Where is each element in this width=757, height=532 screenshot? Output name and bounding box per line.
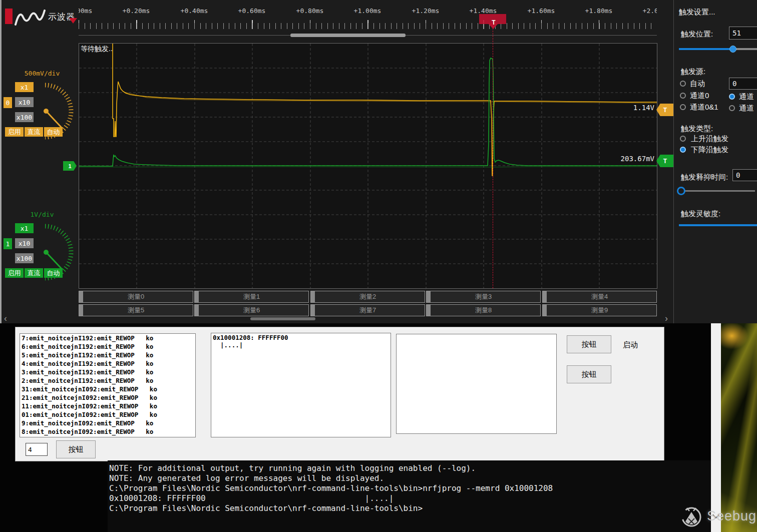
channel1-gain-x100-button[interactable]: x100 bbox=[15, 253, 34, 263]
holdoff-slider-thumb[interactable] bbox=[677, 187, 685, 195]
sensitivity-label: 触发灵敏度: bbox=[681, 209, 720, 219]
screen: 示波器 +0.00ms +0.20ms +0.40ms +0.60ms +0.8… bbox=[0, 0, 757, 532]
log-line: 11:emit_noitcejnI092:emit_REWOP ko bbox=[20, 402, 195, 410]
scroll-right-arrow[interactable]: › bbox=[665, 313, 668, 324]
rising-edge-radio[interactable] bbox=[680, 136, 686, 142]
source-channel1-radio[interactable] bbox=[729, 94, 735, 100]
scroll-left-arrow[interactable]: ‹ bbox=[4, 313, 7, 324]
ruler-label: +0.00ms bbox=[79, 7, 92, 15]
channel0-auto-button[interactable]: 自动 bbox=[44, 127, 63, 137]
falling-edge-radio[interactable] bbox=[680, 147, 686, 153]
channel1-gain-x10-button[interactable]: x10 bbox=[15, 238, 34, 248]
channel0-dc-button[interactable]: 直流 bbox=[25, 127, 43, 137]
action-button-3[interactable]: 按钮 bbox=[56, 440, 96, 458]
action-button-1[interactable]: 按钮 bbox=[567, 335, 611, 353]
channel1-trigger-tag[interactable]: T bbox=[656, 155, 674, 167]
measure-9-button[interactable]: 测量9 bbox=[542, 304, 657, 316]
measure-5-button[interactable]: 测量5 bbox=[79, 304, 193, 316]
channel1-auto-button[interactable]: 自动 bbox=[44, 268, 63, 278]
logo-red-bar bbox=[5, 9, 13, 24]
terminal-line: NOTE: Any generated log error messages w… bbox=[109, 473, 711, 483]
oscilloscope-window: 示波器 +0.00ms +0.20ms +0.40ms +0.60ms +0.8… bbox=[0, 0, 757, 323]
ruler-label: +1.80ms bbox=[585, 7, 613, 15]
log-line: 01:emit_noitcejnI092:emit_REWOP ko bbox=[20, 410, 195, 419]
terminal-line: C:\Program Files\Nordic Semiconductor\nr… bbox=[109, 483, 711, 493]
trigger-position-slider-thumb[interactable] bbox=[729, 46, 736, 53]
acquisition-status: 等待触发.. bbox=[81, 45, 113, 54]
waveform-display: 等待触发.. 1.14V 203.67mV bbox=[79, 43, 657, 289]
ruler-label: +0.60ms bbox=[238, 7, 266, 15]
injection-log-listbox[interactable]: 7:emit_noitcejnI192:emit_REWOP ko 6:emit… bbox=[20, 333, 196, 437]
channel0-enable-button[interactable]: 启用 bbox=[5, 127, 24, 137]
terminal-line: C:\Program Files\Nordic Semiconductor\nr… bbox=[109, 503, 711, 513]
source-channel0-radio[interactable] bbox=[680, 93, 686, 99]
log-line: 6:emit_noitcejnI192:emit_REWOP ko bbox=[20, 342, 195, 351]
measure-4-button[interactable]: 测量4 bbox=[542, 291, 657, 303]
channel1-position-marker[interactable]: 1 bbox=[63, 161, 77, 171]
channel1-id-badge: 1 bbox=[4, 238, 12, 249]
sensitivity-slider-track[interactable] bbox=[679, 224, 757, 226]
trigger-type-label: 触发类型: bbox=[681, 124, 713, 134]
channel0-gain-x1-button[interactable]: x1 bbox=[15, 82, 34, 92]
trigger-position-input[interactable] bbox=[729, 27, 757, 40]
page-scrollbar[interactable] bbox=[711, 323, 721, 532]
measure-0-button[interactable]: 测量0 bbox=[79, 291, 193, 303]
trigger-position-slider-track-filled[interactable] bbox=[679, 48, 732, 50]
trigger-cursor-line bbox=[493, 23, 493, 288]
sine-wave-logo-icon bbox=[15, 8, 47, 27]
desktop-background: 7:emit_noitcejnI192:emit_REWOP ko 6:emit… bbox=[0, 323, 757, 532]
memory-read-listbox[interactable]: 0x10001208: FFFFFF00 |....| bbox=[211, 333, 391, 437]
count-input[interactable] bbox=[26, 443, 48, 456]
output-listbox[interactable] bbox=[396, 334, 557, 434]
measure-8-button[interactable]: 测量8 bbox=[426, 304, 541, 316]
channel0-gain-x10-button[interactable]: x10 bbox=[15, 97, 34, 107]
photo-thumbnail bbox=[721, 323, 757, 532]
time-ruler[interactable]: +0.00ms +0.20ms +0.40ms +0.60ms +0.80ms … bbox=[79, 6, 657, 31]
ruler-label: +2.00ms bbox=[643, 7, 657, 15]
channel0-trigger-tag[interactable]: T bbox=[656, 104, 674, 116]
measure-6-button[interactable]: 测量6 bbox=[194, 304, 309, 316]
source-channel01-radio[interactable] bbox=[680, 104, 686, 110]
channel1-dc-button[interactable]: 直流 bbox=[25, 268, 43, 278]
source-auto-radio[interactable] bbox=[680, 81, 686, 87]
action-button-2[interactable]: 按钮 bbox=[567, 365, 611, 383]
horizontal-scrollbar[interactable] bbox=[79, 33, 657, 38]
source-channel1-label: 通道 bbox=[739, 92, 754, 102]
log-line: 7:emit_noitcejnI192:emit_REWOP ko bbox=[20, 334, 195, 342]
channel0-gain-x100-button[interactable]: x100 bbox=[15, 112, 34, 122]
bottom-scrollbar-handle[interactable] bbox=[250, 317, 315, 320]
panel-title: 触发设置... bbox=[679, 8, 715, 17]
source-channel2-label: 通道 bbox=[739, 104, 754, 113]
ruler-label: +1.60ms bbox=[528, 7, 555, 15]
terminal-line: 0x10001208: FFFFFF00 |....| bbox=[109, 493, 711, 503]
source-channel2-radio[interactable] bbox=[729, 105, 735, 111]
measure-2-button[interactable]: 测量2 bbox=[310, 291, 425, 303]
holdoff-input[interactable] bbox=[732, 169, 757, 181]
source-auto-label: 自动 bbox=[690, 79, 705, 89]
window-edge bbox=[0, 0, 2, 323]
measure-7-button[interactable]: 测量7 bbox=[310, 304, 425, 316]
scrollbar-handle[interactable] bbox=[290, 34, 406, 37]
channel1-scale-knob[interactable] bbox=[35, 216, 75, 289]
ruler-label: +1.20ms bbox=[412, 7, 440, 15]
channel1-gain-x1-button[interactable]: x1 bbox=[15, 223, 34, 233]
channel1-trace-fuzz bbox=[79, 167, 657, 167]
channel1-enable-button[interactable]: 启用 bbox=[5, 268, 24, 278]
seebug-text: Seebug bbox=[707, 508, 756, 524]
falling-edge-label: 下降沿触发 bbox=[691, 145, 728, 155]
dropdown-caret-icon[interactable] bbox=[69, 18, 77, 24]
memory-read-text: 0x10001208: FFFFFF00 |....| bbox=[211, 333, 391, 349]
holdoff-slider-track[interactable] bbox=[680, 190, 755, 192]
ruler-label: +0.20ms bbox=[123, 7, 150, 15]
terminal-line: NOTE: For additional output, try running… bbox=[109, 463, 711, 473]
channel0-trace bbox=[113, 44, 657, 176]
source-auto-value-input[interactable] bbox=[729, 78, 757, 90]
measure-3-button[interactable]: 测量3 bbox=[426, 291, 541, 303]
command-prompt[interactable]: NOTE: For additional output, try running… bbox=[108, 460, 711, 532]
ruler-label: +1.40ms bbox=[470, 7, 497, 15]
seebug-watermark: Seebug bbox=[679, 503, 756, 528]
trigger-flag-label: T bbox=[490, 19, 497, 26]
log-line: 31:emit_noitcejnI092:emit_REWOP ko bbox=[20, 385, 195, 393]
channel0-scale-knob[interactable] bbox=[35, 75, 75, 148]
measure-1-button[interactable]: 测量1 bbox=[194, 291, 309, 303]
